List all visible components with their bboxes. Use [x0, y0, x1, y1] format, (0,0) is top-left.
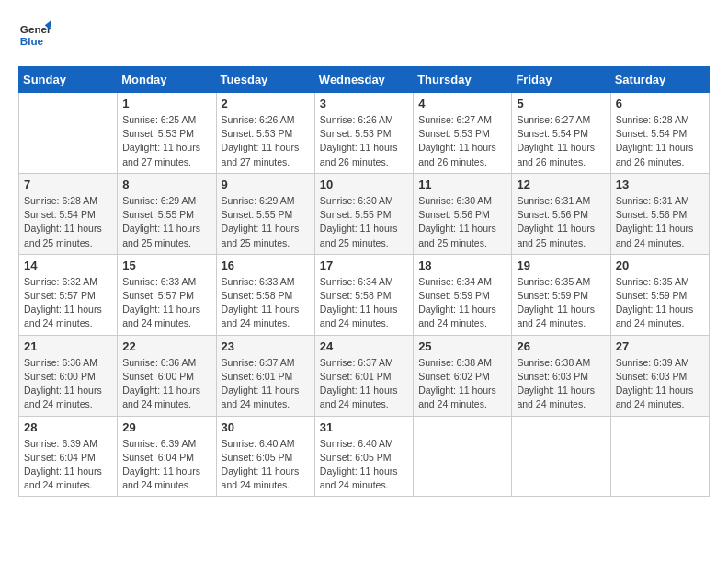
calendar-cell: 17Sunrise: 6:34 AM Sunset: 5:58 PM Dayli…	[314, 254, 413, 335]
day-number: 24	[320, 339, 408, 353]
day-number: 1	[122, 97, 210, 110]
day-number: 23	[222, 339, 310, 353]
calendar-cell: 2Sunrise: 6:26 AM Sunset: 5:53 PM Daylig…	[216, 93, 314, 174]
day-info: Sunrise: 6:27 AM Sunset: 5:53 PM Dayligh…	[418, 113, 506, 169]
day-info: Sunrise: 6:37 AM Sunset: 6:01 PM Dayligh…	[320, 356, 408, 412]
calendar-cell: 29Sunrise: 6:39 AM Sunset: 6:04 PM Dayli…	[118, 416, 216, 497]
day-info: Sunrise: 6:29 AM Sunset: 5:55 PM Dayligh…	[222, 194, 310, 250]
day-info: Sunrise: 6:29 AM Sunset: 5:55 PM Dayligh…	[122, 194, 210, 250]
day-info: Sunrise: 6:26 AM Sunset: 5:53 PM Dayligh…	[320, 113, 408, 169]
day-info: Sunrise: 6:32 AM Sunset: 5:57 PM Dayligh…	[24, 275, 112, 331]
svg-text:Blue: Blue	[20, 35, 44, 47]
calendar-cell: 5Sunrise: 6:27 AM Sunset: 5:54 PM Daylig…	[512, 93, 610, 174]
calendar-cell	[512, 416, 610, 497]
calendar-week-row: 21Sunrise: 6:36 AM Sunset: 6:00 PM Dayli…	[19, 335, 710, 416]
calendar-cell: 11Sunrise: 6:30 AM Sunset: 5:56 PM Dayli…	[414, 173, 512, 254]
day-info: Sunrise: 6:33 AM Sunset: 5:57 PM Dayligh…	[122, 275, 210, 331]
calendar-header-friday: Friday	[512, 67, 610, 93]
day-info: Sunrise: 6:26 AM Sunset: 5:53 PM Dayligh…	[222, 113, 310, 169]
day-number: 21	[24, 339, 112, 353]
day-number: 3	[320, 97, 408, 110]
calendar-header-tuesday: Tuesday	[216, 67, 314, 93]
day-info: Sunrise: 6:34 AM Sunset: 5:58 PM Dayligh…	[320, 275, 408, 331]
calendar-cell: 18Sunrise: 6:34 AM Sunset: 5:59 PM Dayli…	[414, 254, 512, 335]
calendar-header-monday: Monday	[118, 67, 216, 93]
day-number: 18	[418, 259, 506, 272]
day-number: 8	[122, 178, 210, 191]
day-info: Sunrise: 6:30 AM Sunset: 5:56 PM Dayligh…	[418, 194, 506, 250]
calendar-cell: 7Sunrise: 6:28 AM Sunset: 5:54 PM Daylig…	[19, 173, 118, 254]
day-info: Sunrise: 6:35 AM Sunset: 5:59 PM Dayligh…	[616, 275, 704, 331]
day-info: Sunrise: 6:27 AM Sunset: 5:54 PM Dayligh…	[517, 113, 605, 169]
day-number: 7	[24, 178, 112, 191]
day-info: Sunrise: 6:39 AM Sunset: 6:04 PM Dayligh…	[122, 437, 210, 493]
calendar-header-sunday: Sunday	[19, 67, 118, 93]
calendar-cell: 8Sunrise: 6:29 AM Sunset: 5:55 PM Daylig…	[118, 173, 216, 254]
day-number: 10	[320, 178, 408, 191]
day-number: 28	[24, 420, 112, 434]
calendar-cell: 22Sunrise: 6:36 AM Sunset: 6:00 PM Dayli…	[118, 335, 216, 416]
calendar-cell: 13Sunrise: 6:31 AM Sunset: 5:56 PM Dayli…	[610, 173, 709, 254]
day-info: Sunrise: 6:30 AM Sunset: 5:55 PM Dayligh…	[320, 194, 408, 250]
calendar-body: 1Sunrise: 6:25 AM Sunset: 5:53 PM Daylig…	[19, 93, 710, 497]
calendar-cell: 15Sunrise: 6:33 AM Sunset: 5:57 PM Dayli…	[118, 254, 216, 335]
calendar-header-wednesday: Wednesday	[314, 67, 413, 93]
calendar-cell: 28Sunrise: 6:39 AM Sunset: 6:04 PM Dayli…	[19, 416, 118, 497]
calendar-cell: 19Sunrise: 6:35 AM Sunset: 5:59 PM Dayli…	[512, 254, 610, 335]
day-number: 15	[122, 259, 210, 272]
calendar-cell: 14Sunrise: 6:32 AM Sunset: 5:57 PM Dayli…	[19, 254, 118, 335]
calendar-cell: 12Sunrise: 6:31 AM Sunset: 5:56 PM Dayli…	[512, 173, 610, 254]
calendar-cell: 23Sunrise: 6:37 AM Sunset: 6:01 PM Dayli…	[216, 335, 314, 416]
day-info: Sunrise: 6:25 AM Sunset: 5:53 PM Dayligh…	[122, 113, 210, 169]
calendar-cell: 4Sunrise: 6:27 AM Sunset: 5:53 PM Daylig…	[414, 93, 512, 174]
day-info: Sunrise: 6:40 AM Sunset: 6:05 PM Dayligh…	[222, 437, 310, 493]
calendar-cell: 10Sunrise: 6:30 AM Sunset: 5:55 PM Dayli…	[314, 173, 413, 254]
day-number: 27	[616, 339, 704, 353]
day-number: 29	[122, 420, 210, 434]
day-info: Sunrise: 6:28 AM Sunset: 5:54 PM Dayligh…	[616, 113, 704, 169]
calendar-week-row: 7Sunrise: 6:28 AM Sunset: 5:54 PM Daylig…	[19, 173, 710, 254]
calendar-cell	[414, 416, 512, 497]
calendar-week-row: 1Sunrise: 6:25 AM Sunset: 5:53 PM Daylig…	[19, 93, 710, 174]
day-info: Sunrise: 6:28 AM Sunset: 5:54 PM Dayligh…	[24, 194, 112, 250]
calendar-week-row: 28Sunrise: 6:39 AM Sunset: 6:04 PM Dayli…	[19, 416, 710, 497]
day-info: Sunrise: 6:38 AM Sunset: 6:02 PM Dayligh…	[418, 356, 506, 412]
calendar-week-row: 14Sunrise: 6:32 AM Sunset: 5:57 PM Dayli…	[19, 254, 710, 335]
day-number: 5	[517, 97, 605, 110]
day-info: Sunrise: 6:37 AM Sunset: 6:01 PM Dayligh…	[222, 356, 310, 412]
calendar-cell: 27Sunrise: 6:39 AM Sunset: 6:03 PM Dayli…	[610, 335, 709, 416]
calendar-cell: 25Sunrise: 6:38 AM Sunset: 6:02 PM Dayli…	[414, 335, 512, 416]
day-number: 2	[222, 97, 310, 110]
calendar-cell: 21Sunrise: 6:36 AM Sunset: 6:00 PM Dayli…	[19, 335, 118, 416]
day-info: Sunrise: 6:39 AM Sunset: 6:03 PM Dayligh…	[616, 356, 704, 412]
calendar-header-saturday: Saturday	[610, 67, 709, 93]
calendar-cell	[610, 416, 709, 497]
day-number: 16	[222, 259, 310, 272]
calendar-cell: 3Sunrise: 6:26 AM Sunset: 5:53 PM Daylig…	[314, 93, 413, 174]
day-number: 20	[616, 259, 704, 272]
calendar-header-row: SundayMondayTuesdayWednesdayThursdayFrid…	[19, 67, 710, 93]
day-number: 9	[222, 178, 310, 191]
day-info: Sunrise: 6:33 AM Sunset: 5:58 PM Dayligh…	[222, 275, 310, 331]
calendar-cell: 24Sunrise: 6:37 AM Sunset: 6:01 PM Dayli…	[314, 335, 413, 416]
day-info: Sunrise: 6:36 AM Sunset: 6:00 PM Dayligh…	[122, 356, 210, 412]
day-number: 26	[517, 339, 605, 353]
day-number: 6	[616, 97, 704, 110]
day-info: Sunrise: 6:35 AM Sunset: 5:59 PM Dayligh…	[517, 275, 605, 331]
calendar-header-thursday: Thursday	[414, 67, 512, 93]
day-number: 31	[320, 420, 408, 434]
day-info: Sunrise: 6:31 AM Sunset: 5:56 PM Dayligh…	[616, 194, 704, 250]
calendar-cell	[19, 93, 118, 174]
day-number: 17	[320, 259, 408, 272]
day-number: 19	[517, 259, 605, 272]
day-info: Sunrise: 6:38 AM Sunset: 6:03 PM Dayligh…	[517, 356, 605, 412]
day-number: 4	[418, 97, 506, 110]
calendar-table: SundayMondayTuesdayWednesdayThursdayFrid…	[18, 66, 710, 497]
day-number: 13	[616, 178, 704, 191]
calendar-cell: 1Sunrise: 6:25 AM Sunset: 5:53 PM Daylig…	[118, 93, 216, 174]
calendar-cell: 26Sunrise: 6:38 AM Sunset: 6:03 PM Dayli…	[512, 335, 610, 416]
day-info: Sunrise: 6:31 AM Sunset: 5:56 PM Dayligh…	[517, 194, 605, 250]
day-info: Sunrise: 6:34 AM Sunset: 5:59 PM Dayligh…	[418, 275, 506, 331]
day-info: Sunrise: 6:39 AM Sunset: 6:04 PM Dayligh…	[24, 437, 112, 493]
calendar-cell: 9Sunrise: 6:29 AM Sunset: 5:55 PM Daylig…	[216, 173, 314, 254]
